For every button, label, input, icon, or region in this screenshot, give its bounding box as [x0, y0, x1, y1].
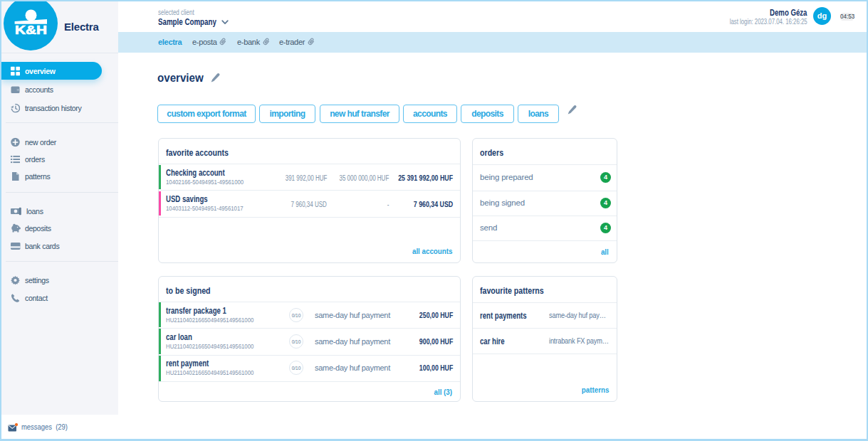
svg-text:K&H: K&H — [15, 24, 47, 36]
